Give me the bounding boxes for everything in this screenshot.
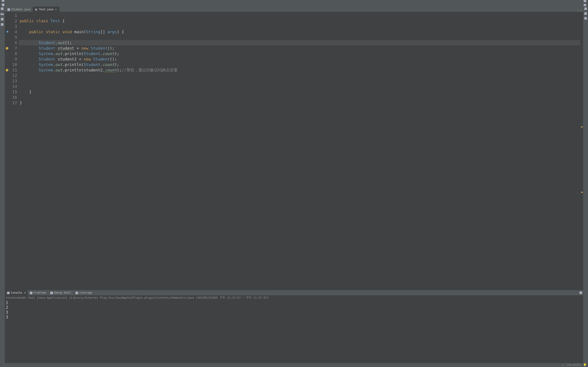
status-bar: ⋮ CSDN @抖漂泪 💡 <box>0 363 588 367</box>
right-view-stripe <box>583 6 588 363</box>
editor-tab-label: Student.java <box>11 8 30 11</box>
console-output[interactable]: 1 2 3 3 <box>5 300 583 363</box>
bottom-view-tab-bar: Console✕ Problems Debug Shell Coverage <box>5 290 583 295</box>
code-line-8[interactable]: System.out.println(Student.count); <box>19 51 580 56</box>
word-wrap-icon[interactable] <box>579 291 583 295</box>
editor-tab-0[interactable]: Student.java <box>5 7 33 12</box>
console-view: <terminated> Test [Java Application] /Li… <box>5 295 583 363</box>
code-line-4[interactable]: public static void main(String[] args) { <box>19 29 580 34</box>
editor-tab-1[interactable]: Test.java✕ <box>33 7 60 12</box>
watermark-text: CSDN @抖漂泪 <box>566 364 581 367</box>
main-toolbar <box>0 0 588 6</box>
package-explorer-icon[interactable] <box>0 12 4 16</box>
svg-text:!: ! <box>6 47 8 50</box>
editor-column: Student.java Test.java✕ – ☐ !! 123456789… <box>5 6 583 363</box>
svg-rect-20 <box>2 3 4 6</box>
java-run-file-icon <box>35 8 38 11</box>
console-process-header: <terminated> Test [Java Application] /Li… <box>5 295 583 300</box>
annotation-stripe[interactable] <box>580 12 583 290</box>
breakpoint-side-icon[interactable] <box>584 12 587 15</box>
link-icon[interactable] <box>584 17 587 20</box>
code-line-11[interactable]: System.out.println(student2.count);//警告，… <box>19 67 580 73</box>
code-line-16[interactable] <box>19 95 580 100</box>
code-line-3[interactable] <box>19 24 580 29</box>
debug-shell-icon <box>50 291 53 294</box>
editor-tab-bar: Student.java Test.java✕ – ☐ <box>5 6 583 12</box>
lightbulb-icon[interactable]: 💡 <box>583 363 587 367</box>
code-line-10[interactable]: System.out.println(Student.count); <box>19 62 580 67</box>
annotation-warning-mark[interactable] <box>581 126 583 127</box>
code-line-6[interactable]: Student.out(); <box>19 40 580 45</box>
svg-rect-61 <box>579 292 582 294</box>
view-tab-coverage[interactable]: Coverage <box>73 290 94 295</box>
coverage-icon <box>75 291 78 294</box>
plugins-icon[interactable] <box>583 0 587 3</box>
svg-text:!: ! <box>6 69 8 71</box>
code-line-9[interactable]: Student student2 = new Student(); <box>19 56 580 62</box>
close-tab-icon[interactable]: ✕ <box>55 8 57 11</box>
bookmark-icon[interactable] <box>1 0 5 3</box>
console-icon <box>7 291 10 294</box>
gutter-marker-stripe: !! <box>5 12 10 290</box>
svg-rect-37 <box>584 0 586 2</box>
java-file-icon <box>7 8 10 11</box>
svg-marker-45 <box>35 8 38 11</box>
breakpoint-marker-icon[interactable] <box>7 31 8 33</box>
svg-rect-70 <box>584 17 587 20</box>
view-tab-problems[interactable]: Problems <box>27 290 48 295</box>
junit-icon[interactable] <box>0 23 4 27</box>
code-line-14[interactable] <box>19 84 580 89</box>
line-number-gutter: 1234567891011121314151617 <box>10 12 19 290</box>
problems-icon <box>29 291 32 294</box>
svg-rect-43 <box>1 23 3 26</box>
view-tab-debug-shell[interactable]: Debug Shell <box>48 290 73 295</box>
annotation-warning-mark[interactable] <box>581 192 583 193</box>
svg-rect-44 <box>8 8 10 11</box>
code-line-1[interactable] <box>19 13 580 18</box>
type-hierarchy-side-icon[interactable] <box>0 7 4 11</box>
close-view-icon[interactable]: ✕ <box>24 291 26 294</box>
svg-rect-50 <box>7 292 10 294</box>
editor-tab-label: Test.java <box>39 8 53 11</box>
git-icon[interactable] <box>0 17 4 21</box>
svg-rect-51 <box>30 292 32 294</box>
minimize-editor-icon[interactable]: – <box>577 9 579 12</box>
svg-rect-41 <box>1 8 3 10</box>
workbench-root: Student.java Test.java✕ – ☐ !! 123456789… <box>0 0 588 367</box>
center-area: Student.java Test.java✕ – ☐ !! 123456789… <box>0 6 588 363</box>
view-tab-label: Console <box>11 291 22 294</box>
code-line-12[interactable] <box>19 73 580 78</box>
svg-rect-68 <box>584 8 587 10</box>
view-tab-label: Problems <box>34 291 46 294</box>
warning-marker-icon[interactable]: ! <box>5 46 9 51</box>
view-tab-console[interactable]: Console✕ <box>5 290 27 295</box>
code-line-7[interactable]: Student student = new Student(); <box>19 45 580 51</box>
warning-marker-icon[interactable]: ! <box>5 68 9 73</box>
view-tab-label: Coverage <box>79 291 92 294</box>
code-line-15[interactable]: } <box>19 89 580 95</box>
svg-rect-69 <box>584 12 587 15</box>
code-line-2[interactable]: public class Test { <box>19 18 580 24</box>
minimap-icon[interactable] <box>584 7 587 10</box>
code-area[interactable]: public class Test { public static void m… <box>19 12 580 290</box>
svg-rect-42 <box>1 18 3 21</box>
svg-rect-52 <box>50 292 53 294</box>
svg-rect-53 <box>76 292 78 294</box>
maximize-editor-icon[interactable]: ☐ <box>580 9 582 12</box>
code-editor[interactable]: !! 1234567891011121314151617 public clas… <box>5 12 583 290</box>
code-line-13[interactable] <box>19 78 580 84</box>
view-tab-label: Debug Shell <box>54 291 71 294</box>
code-line-5[interactable] <box>19 34 580 40</box>
code-line-17[interactable]: } <box>19 100 580 106</box>
left-view-stripe <box>0 6 5 363</box>
svg-rect-19 <box>2 0 4 2</box>
